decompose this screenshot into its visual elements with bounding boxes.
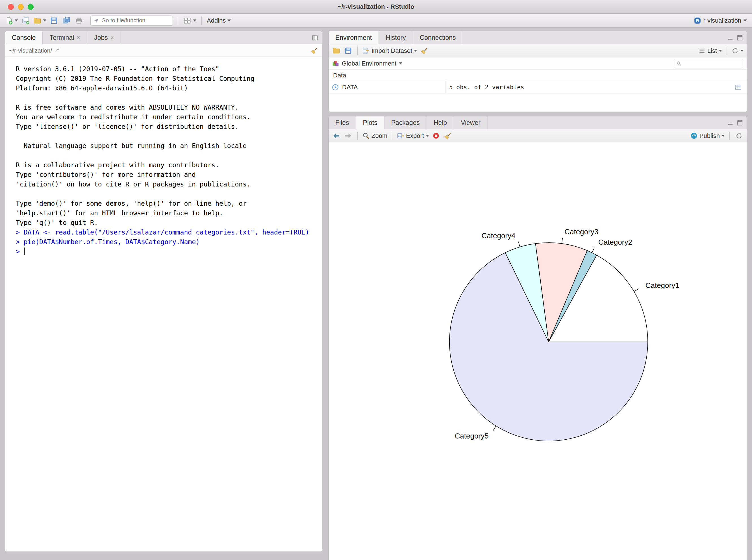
clear-console-broom-icon[interactable] — [311, 47, 318, 54]
pie-label-tick — [562, 238, 563, 243]
chevron-down-icon — [399, 62, 402, 64]
previous-plot-button[interactable] — [331, 130, 341, 142]
tab-history[interactable]: History — [379, 32, 413, 44]
tab-label: Jobs — [94, 34, 108, 42]
table-view-icon[interactable] — [734, 84, 742, 91]
save-workspace-button[interactable] — [343, 45, 353, 57]
save-icon — [50, 17, 58, 25]
broom-icon — [421, 47, 428, 55]
titlebar: ~/r-visualization - RStudio — [0, 0, 752, 14]
plots-tabbar: Files Plots Packages Help Viewer — [328, 116, 747, 129]
workspace: Console Terminal × Jobs × ~/r-visualizat… — [0, 31, 752, 560]
close-icon[interactable]: × — [77, 35, 80, 41]
pie-slice-label: Category2 — [598, 238, 632, 246]
console-output[interactable]: R version 3.6.1 (2019-07-05) -- "Action … — [5, 57, 322, 552]
addins-button[interactable]: Addins — [207, 15, 231, 26]
publish-icon — [690, 132, 698, 140]
toolbar-separator — [729, 132, 730, 140]
tab-packages[interactable]: Packages — [385, 116, 427, 129]
r-project-icon: R — [694, 17, 701, 24]
rstudio-window: ~/r-visualization - RStudio — [0, 0, 752, 560]
project-selector[interactable]: R r-visualization — [694, 15, 747, 26]
tab-environment[interactable]: Environment — [328, 32, 379, 44]
new-file-button[interactable] — [5, 15, 18, 26]
close-icon[interactable]: × — [110, 35, 114, 41]
tab-label: Environment — [335, 34, 372, 42]
clear-environment-button[interactable] — [420, 45, 429, 57]
tab-jobs[interactable]: Jobs × — [87, 32, 121, 44]
minimize-pane-icon[interactable] — [727, 120, 734, 126]
export-plot-button[interactable]: Export — [397, 130, 429, 142]
print-button[interactable] — [74, 15, 84, 26]
list-view-button[interactable]: List — [698, 45, 722, 57]
console-pane: Console Terminal × Jobs × ~/r-visualizat… — [5, 31, 322, 552]
goto-icon — [94, 18, 99, 24]
tab-label: Viewer — [461, 119, 481, 126]
chevron-down-icon — [426, 135, 429, 137]
remove-plot-icon — [432, 132, 440, 140]
maximize-pane-icon[interactable] — [311, 34, 319, 42]
data-section-header: Data — [328, 70, 747, 81]
environment-scope-label[interactable]: Global Environment — [342, 60, 397, 67]
tab-label: Files — [335, 119, 349, 126]
workdir-arrow-icon[interactable] — [55, 47, 61, 54]
environment-tab-tools — [727, 32, 747, 44]
panes-layout-button[interactable] — [183, 15, 196, 26]
zoom-plot-button[interactable]: Zoom — [362, 130, 387, 142]
traffic-lights — [8, 0, 34, 14]
minimize-window-button[interactable] — [18, 4, 24, 10]
zoom-window-button[interactable] — [28, 4, 34, 10]
save-all-button[interactable] — [62, 15, 71, 26]
close-window-button[interactable] — [8, 4, 14, 10]
main-toolbar: Addins R r-visualization — [0, 14, 752, 28]
environment-object-row[interactable]: DATA 5 obs. of 2 variables — [328, 81, 747, 94]
next-plot-button[interactable] — [343, 130, 353, 142]
panes-layout-icon — [183, 17, 191, 25]
open-file-icon — [33, 17, 41, 25]
expand-object-icon[interactable] — [332, 84, 339, 91]
window-title: ~/r-visualization - RStudio — [0, 3, 752, 11]
maximize-pane-icon[interactable] — [736, 120, 743, 126]
list-icon — [698, 47, 706, 55]
tab-label: History — [386, 34, 406, 42]
open-file-button[interactable] — [33, 15, 46, 26]
export-label: Export — [406, 132, 424, 140]
broom-icon — [444, 132, 452, 140]
pie-chart: Category1Category2Category3Category4Cate… — [328, 142, 747, 560]
plots-toolbar: Zoom Export Publish — [328, 129, 747, 142]
console-prompt-line[interactable]: > — [5, 247, 322, 256]
tab-terminal[interactable]: Terminal × — [43, 32, 87, 44]
new-project-button[interactable] — [21, 15, 31, 26]
tab-label: Console — [12, 34, 36, 42]
console-startup-text: R version 3.6.1 (2019-07-05) -- "Action … — [5, 57, 322, 227]
tab-console[interactable]: Console — [5, 32, 43, 44]
refresh-plot-button[interactable] — [734, 130, 744, 142]
import-dataset-button[interactable]: Import Dataset — [362, 45, 417, 57]
save-button[interactable] — [49, 15, 59, 26]
toolbar-separator — [727, 47, 727, 55]
maximize-pane-icon[interactable] — [736, 35, 743, 41]
global-environment-icon — [332, 60, 339, 67]
console-tabbar: Console Terminal × Jobs × — [5, 32, 322, 44]
console-command: pie(DATA$Number.of.Times, DATA$Category.… — [24, 238, 200, 245]
tab-connections[interactable]: Connections — [413, 32, 463, 44]
chevron-down-icon — [15, 20, 18, 21]
remove-plot-button[interactable] — [431, 130, 441, 142]
environment-search-box — [674, 59, 743, 68]
publish-button[interactable]: Publish — [690, 130, 725, 142]
load-workspace-button[interactable] — [331, 45, 341, 57]
tab-label: Packages — [391, 119, 420, 126]
tab-help[interactable]: Help — [427, 116, 454, 129]
svg-text:R: R — [696, 18, 699, 23]
refresh-icon — [735, 132, 743, 140]
tab-viewer[interactable]: Viewer — [454, 116, 488, 129]
minimize-pane-icon[interactable] — [727, 35, 734, 41]
refresh-environment-button[interactable] — [731, 45, 744, 57]
environment-search-input[interactable] — [683, 60, 741, 67]
tab-files[interactable]: Files — [328, 116, 356, 129]
plots-pane: Files Plots Packages Help Viewer — [328, 116, 747, 560]
clear-all-plots-button[interactable] — [443, 130, 453, 142]
pie-label-tick — [519, 242, 520, 247]
tab-plots[interactable]: Plots — [356, 116, 385, 129]
goto-file-input[interactable] — [101, 17, 170, 24]
